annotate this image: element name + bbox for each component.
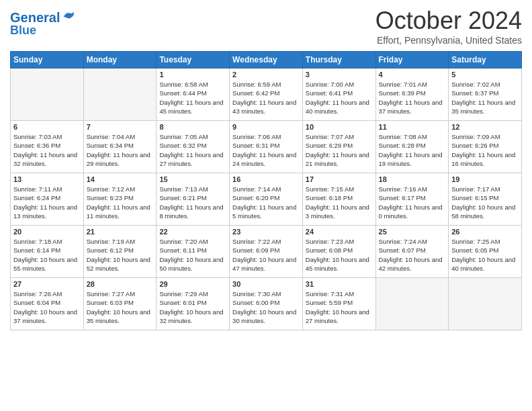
day-number: 23	[232, 228, 300, 236]
logo-icon	[61, 9, 76, 24]
calendar-cell: 4Sunrise: 7:01 AMSunset: 6:39 PMDaylight…	[375, 68, 449, 121]
calendar-cell: 8Sunrise: 7:05 AMSunset: 6:32 PMDaylight…	[157, 121, 230, 173]
calendar-week-5: 27Sunrise: 7:26 AMSunset: 6:04 PMDayligh…	[11, 278, 522, 330]
day-info: Sunrise: 6:58 AMSunset: 6:44 PMDaylight:…	[159, 80, 226, 116]
day-info: Sunrise: 7:14 AMSunset: 6:20 PMDaylight:…	[232, 185, 300, 220]
calendar-cell: 12Sunrise: 7:09 AMSunset: 6:26 PMDayligh…	[449, 121, 522, 173]
day-info: Sunrise: 7:01 AMSunset: 6:39 PMDaylight:…	[379, 80, 446, 116]
day-info: Sunrise: 7:09 AMSunset: 6:26 PMDaylight:…	[451, 132, 519, 168]
day-info: Sunrise: 7:07 AMSunset: 6:29 PMDaylight:…	[306, 132, 373, 168]
calendar-cell: 27Sunrise: 7:26 AMSunset: 6:04 PMDayligh…	[11, 278, 84, 330]
calendar-cell: 7Sunrise: 7:04 AMSunset: 6:34 PMDaylight…	[83, 121, 157, 173]
day-number: 20	[13, 228, 81, 236]
day-info: Sunrise: 7:06 AMSunset: 6:31 PMDaylight:…	[232, 132, 300, 168]
day-number: 19	[451, 175, 519, 183]
day-info: Sunrise: 7:13 AMSunset: 6:21 PMDaylight:…	[159, 185, 226, 220]
calendar-cell: 3Sunrise: 7:00 AMSunset: 6:41 PMDaylight…	[302, 68, 375, 121]
day-number: 14	[87, 175, 154, 183]
day-info: Sunrise: 7:25 AMSunset: 6:05 PMDaylight:…	[451, 237, 519, 273]
calendar-week-1: 1Sunrise: 6:58 AMSunset: 6:44 PMDaylight…	[11, 68, 522, 121]
dow-header-sunday: Sunday	[11, 52, 84, 68]
day-number: 2	[232, 71, 300, 79]
calendar-cell: 29Sunrise: 7:29 AMSunset: 6:01 PMDayligh…	[157, 278, 230, 330]
day-number: 29	[159, 280, 226, 288]
calendar-cell: 22Sunrise: 7:20 AMSunset: 6:11 PMDayligh…	[157, 226, 230, 278]
title-block: October 2024 Effort, Pennsylvania, Unite…	[375, 7, 522, 46]
day-number: 17	[306, 175, 373, 183]
day-number: 10	[306, 123, 373, 131]
logo-blue: Blue	[10, 24, 76, 38]
day-info: Sunrise: 7:04 AMSunset: 6:34 PMDaylight:…	[87, 132, 154, 168]
month-title: October 2024	[375, 7, 522, 35]
calendar-cell: 31Sunrise: 7:31 AMSunset: 5:59 PMDayligh…	[302, 278, 375, 330]
calendar-cell: 15Sunrise: 7:13 AMSunset: 6:21 PMDayligh…	[157, 173, 230, 226]
calendar-cell: 20Sunrise: 7:18 AMSunset: 6:14 PMDayligh…	[11, 226, 84, 278]
day-number: 22	[159, 228, 226, 236]
logo-general: General	[10, 10, 60, 25]
day-info: Sunrise: 6:59 AMSunset: 6:42 PMDaylight:…	[232, 80, 300, 116]
page: General Blue October 2024 Effort, Pennsy…	[0, 0, 532, 411]
calendar-cell: 17Sunrise: 7:15 AMSunset: 6:18 PMDayligh…	[302, 173, 375, 226]
day-number: 9	[232, 123, 300, 131]
dow-header-wednesday: Wednesday	[230, 52, 303, 68]
day-info: Sunrise: 7:12 AMSunset: 6:23 PMDaylight:…	[87, 185, 154, 220]
day-number: 3	[306, 71, 373, 79]
day-number: 28	[87, 280, 154, 288]
calendar-cell: 26Sunrise: 7:25 AMSunset: 6:05 PMDayligh…	[449, 226, 522, 278]
calendar-cell: 30Sunrise: 7:30 AMSunset: 6:00 PMDayligh…	[230, 278, 303, 330]
day-number: 16	[232, 175, 300, 183]
calendar-body: 1Sunrise: 6:58 AMSunset: 6:44 PMDaylight…	[11, 68, 522, 330]
calendar-cell: 25Sunrise: 7:24 AMSunset: 6:07 PMDayligh…	[375, 226, 449, 278]
calendar-cell: 14Sunrise: 7:12 AMSunset: 6:23 PMDayligh…	[83, 173, 157, 226]
calendar-cell: 13Sunrise: 7:11 AMSunset: 6:24 PMDayligh…	[11, 173, 84, 226]
calendar-week-3: 13Sunrise: 7:11 AMSunset: 6:24 PMDayligh…	[11, 173, 522, 226]
calendar-cell: 24Sunrise: 7:23 AMSunset: 6:08 PMDayligh…	[302, 226, 375, 278]
calendar-table: SundayMondayTuesdayWednesdayThursdayFrid…	[10, 51, 522, 330]
day-info: Sunrise: 7:24 AMSunset: 6:07 PMDaylight:…	[379, 237, 446, 273]
day-info: Sunrise: 7:03 AMSunset: 6:36 PMDaylight:…	[13, 132, 81, 168]
dow-header-tuesday: Tuesday	[157, 52, 230, 68]
days-of-week-row: SundayMondayTuesdayWednesdayThursdayFrid…	[11, 52, 522, 68]
day-number: 5	[451, 71, 519, 79]
calendar-cell: 1Sunrise: 6:58 AMSunset: 6:44 PMDaylight…	[157, 68, 230, 121]
calendar-cell: 16Sunrise: 7:14 AMSunset: 6:20 PMDayligh…	[230, 173, 303, 226]
day-info: Sunrise: 7:16 AMSunset: 6:17 PMDaylight:…	[379, 185, 446, 220]
calendar-cell: 9Sunrise: 7:06 AMSunset: 6:31 PMDaylight…	[230, 121, 303, 173]
day-info: Sunrise: 7:18 AMSunset: 6:14 PMDaylight:…	[13, 237, 81, 273]
day-info: Sunrise: 7:29 AMSunset: 6:01 PMDaylight:…	[159, 289, 226, 325]
calendar-cell: 5Sunrise: 7:02 AMSunset: 6:37 PMDaylight…	[449, 68, 522, 121]
calendar-cell	[449, 278, 522, 330]
day-number: 8	[159, 123, 226, 131]
day-number: 27	[13, 280, 81, 288]
calendar-cell	[375, 278, 449, 330]
calendar-week-2: 6Sunrise: 7:03 AMSunset: 6:36 PMDaylight…	[11, 121, 522, 173]
day-info: Sunrise: 7:31 AMSunset: 5:59 PMDaylight:…	[306, 289, 373, 325]
day-info: Sunrise: 7:27 AMSunset: 6:03 PMDaylight:…	[87, 289, 154, 325]
day-info: Sunrise: 7:26 AMSunset: 6:04 PMDaylight:…	[13, 289, 81, 325]
day-number: 31	[306, 280, 373, 288]
day-number: 12	[451, 123, 519, 131]
day-info: Sunrise: 7:22 AMSunset: 6:09 PMDaylight:…	[232, 237, 300, 273]
day-info: Sunrise: 7:20 AMSunset: 6:11 PMDaylight:…	[159, 237, 226, 273]
day-info: Sunrise: 7:05 AMSunset: 6:32 PMDaylight:…	[159, 132, 226, 168]
calendar-cell	[11, 68, 84, 121]
calendar-cell: 11Sunrise: 7:08 AMSunset: 6:28 PMDayligh…	[375, 121, 449, 173]
dow-header-thursday: Thursday	[302, 52, 375, 68]
dow-header-friday: Friday	[375, 52, 449, 68]
day-info: Sunrise: 7:19 AMSunset: 6:12 PMDaylight:…	[87, 237, 154, 273]
dow-header-saturday: Saturday	[449, 52, 522, 68]
day-number: 18	[379, 175, 446, 183]
day-number: 21	[87, 228, 154, 236]
day-number: 6	[13, 123, 81, 131]
day-info: Sunrise: 7:23 AMSunset: 6:08 PMDaylight:…	[306, 237, 373, 273]
day-number: 15	[159, 175, 226, 183]
day-info: Sunrise: 7:11 AMSunset: 6:24 PMDaylight:…	[13, 185, 81, 220]
day-number: 11	[379, 123, 446, 131]
calendar-cell: 28Sunrise: 7:27 AMSunset: 6:03 PMDayligh…	[83, 278, 157, 330]
calendar-cell: 21Sunrise: 7:19 AMSunset: 6:12 PMDayligh…	[83, 226, 157, 278]
calendar-cell	[83, 68, 157, 121]
calendar-cell: 18Sunrise: 7:16 AMSunset: 6:17 PMDayligh…	[375, 173, 449, 226]
day-info: Sunrise: 7:17 AMSunset: 6:15 PMDaylight:…	[451, 185, 519, 220]
day-info: Sunrise: 7:08 AMSunset: 6:28 PMDaylight:…	[379, 132, 446, 168]
day-info: Sunrise: 7:30 AMSunset: 6:00 PMDaylight:…	[232, 289, 300, 325]
